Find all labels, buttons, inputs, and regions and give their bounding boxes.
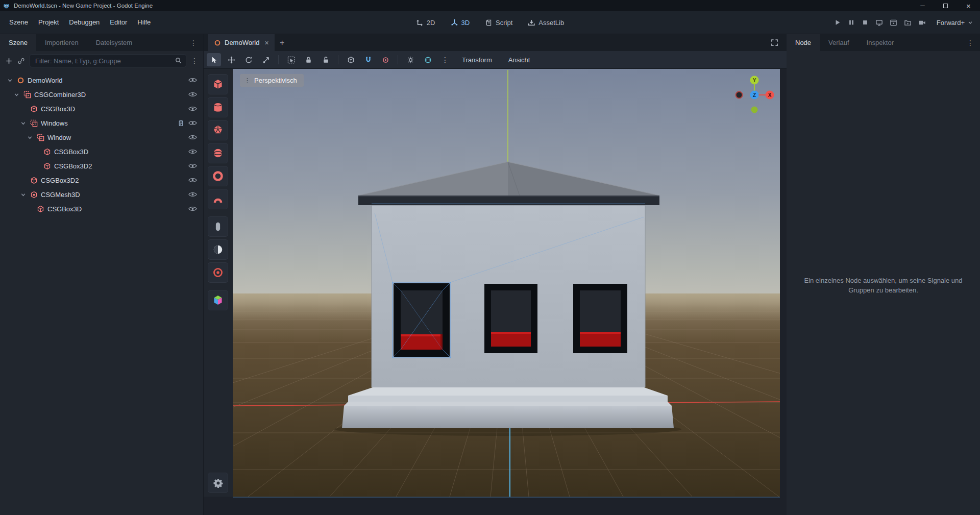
- row-buttons: [178, 120, 197, 127]
- pivot-icon[interactable]: [378, 53, 393, 66]
- instance-scene-button[interactable]: [17, 57, 25, 65]
- visibility-eye-icon[interactable]: [188, 77, 197, 83]
- preview-environment-icon[interactable]: [421, 53, 435, 66]
- expand-arrow-icon[interactable]: [6, 78, 13, 83]
- dock-tab-menu-dots-icon[interactable]: ⋮: [184, 39, 203, 47]
- movie-maker-icon[interactable]: [918, 19, 926, 27]
- tree-row-demoworld[interactable]: DemoWorld: [0, 73, 203, 87]
- row-buttons: [188, 191, 197, 198]
- add-node-button[interactable]: [5, 57, 13, 65]
- visibility-eye-icon[interactable]: [188, 191, 197, 198]
- viewport-3d[interactable]: Y X Z ⋮ Perspektivisch: [233, 69, 780, 497]
- occluder-icon[interactable]: [208, 262, 228, 283]
- dock-tab-szene[interactable]: Szene: [0, 34, 36, 51]
- visibility-eye-icon[interactable]: [188, 206, 197, 212]
- dock-tab-inspektor[interactable]: Inspektor: [858, 34, 902, 51]
- mode-2d-button[interactable]: 2D: [411, 16, 440, 29]
- csg-sphere-icon[interactable]: [208, 143, 228, 163]
- preview-sun-icon[interactable]: [403, 53, 418, 66]
- menu-hilfe[interactable]: Hilfe: [132, 11, 156, 34]
- csg-polygon-icon[interactable]: [208, 120, 228, 140]
- tree-row-csgbox3d[interactable]: CSGBox3D: [0, 202, 203, 216]
- tree-row-csgbox3d[interactable]: CSGBox3D: [0, 102, 203, 116]
- list-select-icon[interactable]: [284, 53, 298, 66]
- scene-tree-menu-dots-icon[interactable]: ⋮: [191, 57, 198, 65]
- window-title: DemoWorld.tscn - New Game Project - Godo…: [14, 3, 153, 9]
- dock-tab-menu-dots-icon[interactable]: ⋮: [961, 39, 980, 47]
- bottom-panel-splitter[interactable]: [233, 497, 780, 498]
- visibility-eye-icon[interactable]: [188, 91, 197, 97]
- select-tool-icon[interactable]: [207, 53, 221, 66]
- menu-editor[interactable]: Editor: [105, 11, 132, 34]
- mode-script-button[interactable]: Script: [480, 16, 517, 29]
- gizmo-neg-y[interactable]: [751, 107, 758, 113]
- dock-tab-importieren[interactable]: Importieren: [36, 34, 87, 51]
- tree-row-csgcombiner3d[interactable]: CSGCombiner3D: [0, 87, 203, 102]
- move-tool-icon[interactable]: [224, 53, 238, 66]
- csg-cylinder-icon[interactable]: [208, 97, 228, 117]
- menu-szene[interactable]: Szene: [4, 11, 33, 34]
- expand-arrow-icon[interactable]: [19, 192, 27, 198]
- lock-icon[interactable]: [301, 53, 315, 66]
- maximize-button[interactable]: [934, 0, 957, 11]
- expand-arrow-icon[interactable]: [19, 120, 27, 126]
- mode-3d-button[interactable]: 3D: [446, 16, 474, 29]
- pause-icon[interactable]: [848, 19, 855, 26]
- transform-menu[interactable]: Transform: [455, 56, 499, 64]
- remote-debug-icon[interactable]: [875, 19, 883, 27]
- capsule-icon[interactable]: [208, 216, 228, 237]
- gizmo-neg-x[interactable]: [736, 92, 743, 99]
- stop-icon[interactable]: [862, 19, 869, 26]
- settings-gear-icon[interactable]: [208, 473, 228, 493]
- view-menu[interactable]: Ansicht: [502, 56, 537, 64]
- dock-tab-dateisystem[interactable]: Dateisystem: [87, 34, 141, 51]
- tree-row-windows[interactable]: Windows: [0, 116, 203, 130]
- csg-torus-icon[interactable]: [208, 166, 228, 186]
- expand-arrow-icon[interactable]: [13, 92, 20, 97]
- mode-3d-icon: [450, 19, 458, 27]
- csg-box3d-icon[interactable]: [208, 74, 228, 94]
- visibility-eye-icon[interactable]: [188, 149, 197, 155]
- 3d-scene[interactable]: Y X Z: [233, 69, 780, 497]
- menu-projekt[interactable]: Projekt: [33, 11, 64, 34]
- menu-debuggen[interactable]: Debuggen: [64, 11, 105, 34]
- visibility-eye-icon[interactable]: [188, 177, 197, 183]
- play-scene-icon[interactable]: [890, 19, 897, 27]
- script-badge-icon[interactable]: [178, 120, 184, 127]
- visibility-eye-icon[interactable]: [188, 120, 197, 126]
- expand-viewport-icon[interactable]: [771, 39, 778, 46]
- local-space-icon[interactable]: [344, 53, 358, 66]
- close-button[interactable]: ×: [957, 0, 980, 11]
- rotate-tool-icon[interactable]: [241, 53, 256, 66]
- gizmo-x-label: X: [768, 92, 772, 98]
- gizmo-options-icon[interactable]: ⋮: [438, 53, 452, 66]
- dock-tab-verlauf[interactable]: Verlauf: [820, 34, 857, 51]
- tab-close-icon[interactable]: ×: [264, 39, 268, 47]
- visibility-eye-icon[interactable]: [188, 106, 197, 112]
- gridmap-icon[interactable]: [208, 290, 228, 310]
- renderer-select[interactable]: Forward+: [937, 19, 973, 27]
- scene-tab-demoworld[interactable]: DemoWorld ×: [208, 34, 275, 51]
- play-icon[interactable]: [834, 19, 841, 26]
- tree-row-csgbox3d2[interactable]: CSGBox3D2: [0, 173, 203, 187]
- visibility-eye-icon[interactable]: [188, 134, 197, 140]
- half-sphere-icon[interactable]: [208, 239, 228, 260]
- tree-row-window[interactable]: Window: [0, 130, 203, 144]
- snap-toggle-icon[interactable]: [361, 53, 375, 66]
- visibility-eye-icon[interactable]: [188, 163, 197, 169]
- play-custom-scene-icon[interactable]: [904, 19, 912, 27]
- tree-row-csgbox3d[interactable]: CSGBox3D: [0, 144, 203, 159]
- tree-row-csgmesh3d[interactable]: CSGMesh3D: [0, 187, 203, 202]
- dock-tab-node[interactable]: Node: [787, 34, 820, 51]
- house-plinth: [342, 387, 674, 428]
- mode-assetlib-button[interactable]: AssetLib: [523, 16, 569, 29]
- expand-arrow-icon[interactable]: [26, 135, 33, 140]
- scale-tool-icon[interactable]: [259, 53, 273, 66]
- scene-filter-input[interactable]: [30, 54, 186, 67]
- new-scene-tab-button[interactable]: +: [275, 34, 290, 51]
- unlock-icon[interactable]: [318, 53, 333, 66]
- tree-row-csgbox3d2[interactable]: CSGBox3D2: [0, 159, 203, 173]
- csg-shape-icon[interactable]: [208, 189, 228, 209]
- projection-menu[interactable]: ⋮ Perspektivisch: [240, 74, 304, 87]
- minimize-button[interactable]: ─: [911, 0, 934, 11]
